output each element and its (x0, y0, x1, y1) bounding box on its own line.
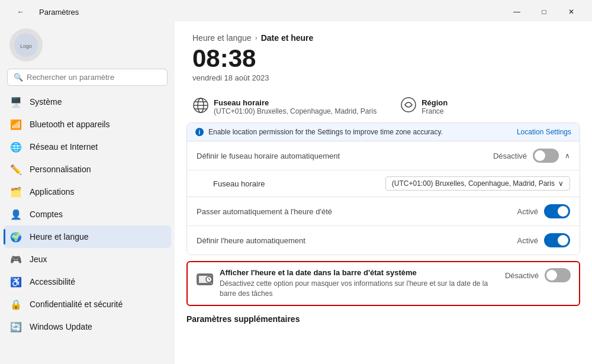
time-display: 08:38 (192, 46, 574, 71)
sidebar: Logo 🔍 🖥️ Système 📶 Bluetooth et apparei… (0, 21, 175, 364)
title-bar: ← Paramètres — □ ✕ (0, 0, 592, 21)
personnalisation-icon: ✏️ (9, 163, 22, 176)
search-icon: 🔍 (14, 73, 23, 82)
region-value: France (422, 107, 448, 115)
info-banner-text: Enable location permission for the Setti… (208, 128, 443, 136)
timezone-info: Fuseau horaire (UTC+01:00) Bruxelles, Co… (192, 97, 377, 117)
applications-icon: 🗂️ (9, 185, 22, 198)
highlighted-status: Désactivé (505, 271, 539, 280)
title-bar-left: ← Paramètres (7, 4, 79, 20)
fuseau-select-label: Fuseau horaire (213, 179, 265, 188)
window-controls: — □ ✕ (503, 4, 585, 20)
info-banner: i Enable location permission for the Set… (187, 123, 580, 141)
breadcrumb-arrow: › (255, 34, 258, 42)
section-heading: Paramètres supplémentaires (175, 306, 592, 327)
jeux-icon: 🎮 (9, 253, 22, 266)
sidebar-item-systeme[interactable]: 🖥️ Système (4, 91, 171, 113)
timezone-icon (192, 97, 209, 117)
highlighted-toggle[interactable] (545, 268, 571, 282)
fuseau-auto-status: Désactivé (493, 152, 527, 160)
info-icon: i (195, 128, 204, 136)
highlighted-section: Afficher l'heure et la date dans la barr… (186, 261, 580, 306)
search-input[interactable] (27, 73, 161, 82)
heure-ete-row[interactable]: Passer automatiquement à l'heure d'été A… (187, 197, 580, 226)
sidebar-item-jeux[interactable]: 🎮 Jeux (4, 248, 171, 270)
nav-list: 🖥️ Système 📶 Bluetooth et appareils 🌐 Ré… (0, 91, 175, 338)
highlighted-title: Afficher l'heure et la date dans la barr… (220, 268, 499, 277)
accessibilite-icon: ♿ (9, 275, 22, 288)
minimize-button[interactable]: — (503, 4, 530, 20)
clock-taskbar-icon (196, 269, 214, 291)
heure-auto-toggle[interactable] (544, 233, 570, 247)
sidebar-item-accessibilite[interactable]: ♿ Accessibilité (4, 270, 171, 293)
location-link[interactable]: Location Settings (517, 128, 571, 136)
top-info-row: Fuseau horaire (UTC+01:00) Bruxelles, Co… (175, 96, 592, 123)
region-label: Région (422, 98, 448, 107)
settings-panel: i Enable location permission for the Set… (186, 123, 580, 255)
systeme-icon: 🖥️ (9, 95, 22, 108)
date-display: vendredi 18 août 2023 (192, 73, 574, 82)
search-box[interactable]: 🔍 (7, 69, 168, 86)
app-title: Paramètres (39, 8, 79, 17)
windowsupdate-icon: 🔄 (9, 320, 22, 333)
reseau-icon: 🌐 (9, 140, 22, 153)
heure-ete-toggle[interactable] (544, 204, 570, 218)
heure-ete-status: Activé (517, 207, 538, 216)
sidebar-logo: Logo (9, 28, 43, 62)
timezone-value: (UTC+01:00) Bruxelles, Copenhague, Madri… (214, 107, 377, 115)
back-button[interactable]: ← (7, 4, 34, 20)
breadcrumb: Heure et langue › Date et heure (192, 33, 574, 43)
dropdown-chevron: ∨ (558, 179, 564, 188)
content-area: Heure et langue › Date et heure 08:38 ve… (175, 21, 592, 364)
sidebar-item-applications[interactable]: 🗂️ Applications (4, 181, 171, 203)
sidebar-item-confidentialite[interactable]: 🔒 Confidentialité et sécurité (4, 293, 171, 315)
region-info: Région France (400, 96, 448, 117)
maximize-button[interactable]: □ (530, 4, 558, 20)
comptes-icon: 👤 (9, 208, 22, 221)
sidebar-item-personnalisation[interactable]: ✏️ Personnalisation (4, 158, 171, 181)
heure-auto-status: Activé (517, 236, 538, 245)
globe-icon (400, 96, 417, 117)
fuseau-select-dropdown[interactable]: (UTC+01:00) Bruxelles, Copenhague, Madri… (385, 176, 570, 191)
fuseau-select-row: Fuseau horaire (UTC+01:00) Bruxelles, Co… (187, 170, 580, 197)
sidebar-item-reseau[interactable]: 🌐 Réseau et Internet (4, 136, 171, 158)
sidebar-item-comptes[interactable]: 👤 Comptes (4, 203, 171, 226)
app-body: Logo 🔍 🖥️ Système 📶 Bluetooth et apparei… (0, 21, 592, 364)
fuseau-auto-toggle[interactable] (533, 149, 559, 163)
fuseau-auto-chevron: ∧ (565, 152, 570, 160)
svg-point-7 (401, 98, 416, 112)
fuseau-auto-row[interactable]: Définir le fuseau horaire automatiquemen… (187, 141, 580, 170)
sidebar-item-heure[interactable]: 🌍 Heure et langue (4, 226, 171, 248)
confidentialite-icon: 🔒 (9, 298, 22, 311)
bluetooth-icon: 📶 (9, 118, 22, 131)
sidebar-item-windowsupdate[interactable]: 🔄 Windows Update (4, 315, 171, 338)
heure-auto-row[interactable]: Définir l'heure automatiquement Activé (187, 226, 580, 255)
highlighted-desc: Désactivez cette option pour masquer vos… (220, 279, 499, 299)
heure-icon: 🌍 (9, 230, 22, 243)
sidebar-item-bluetooth[interactable]: 📶 Bluetooth et appareils (4, 113, 171, 136)
content-header: Heure et langue › Date et heure 08:38 ve… (175, 21, 592, 96)
close-button[interactable]: ✕ (558, 4, 585, 20)
svg-text:Logo: Logo (20, 43, 32, 49)
timezone-label: Fuseau horaire (214, 98, 377, 107)
setting-section-fuseau-auto: Définir le fuseau horaire automatiquemen… (187, 141, 580, 197)
